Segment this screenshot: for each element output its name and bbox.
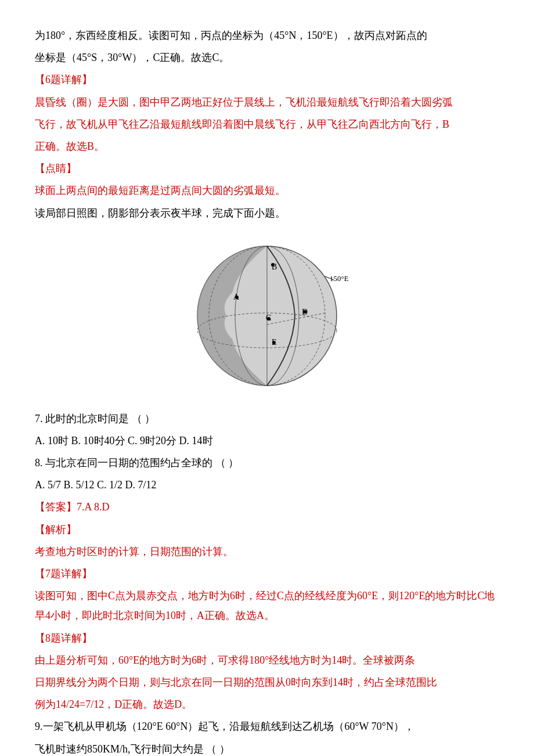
section8-text-1: 由上题分析可知，60°E的地方时为6时，可求得180°经线地方时为14时。全球被… [35, 650, 499, 670]
section6-title: 【6题详解】 [35, 70, 499, 89]
point-text: 球面上两点间的最短距离是过两点间大圆的劣弧最短。 [35, 181, 499, 200]
q7-options: A. 10时 B. 10时40分 C. 9时20分 D. 14时 [35, 431, 499, 451]
section7-text: 读图可知，图中C点为晨赤交点，地方时为6时，经过C点的经线经度为60°E，则12… [35, 586, 499, 625]
section8-text-3: 例为14/24=7/12，D正确。故选D。 [35, 694, 499, 714]
intro-line-2: 坐标是（45°S，30°W），C正确。故选C。 [35, 48, 499, 67]
analysis-text: 考查地方时区时的计算，日期范围的计算。 [35, 542, 499, 561]
section6-text-3: 正确。故选B。 [35, 136, 499, 156]
svg-text:150°E: 150°E [330, 274, 348, 283]
intro-line-1: 为180°，东西经度相反。读图可知，丙点的坐标为（45°N，150°E），故丙点… [35, 26, 499, 45]
q9-text: 9.一架飞机从甲机场（120°E 60°N）起飞，沿最短航线到达乙机场（60°W… [35, 717, 499, 736]
svg-point-16 [303, 310, 306, 314]
analysis-title: 【解析】 [35, 520, 499, 539]
section8-title: 【8题详解】 [35, 628, 499, 648]
section8-text-2: 日期界线分为两个日期，则与北京在同一日期的范围从0时向东到14时，约占全球范围比 [35, 672, 499, 692]
q8-options: A. 5/7 B. 5/12 C. 1/2 D. 7/12 [35, 475, 499, 495]
svg-point-15 [267, 317, 270, 321]
q8-text: 8. 与北京在同一日期的范围约占全球的 （ ） [35, 453, 499, 473]
diagram-intro: 读局部日照图，阴影部分表示夜半球，完成下面小题。 [35, 203, 499, 223]
answer-title: 【答案】7.A 8.D [35, 497, 499, 517]
page-content: 为180°，东西经度相反。读图可知，丙点的坐标为（45°N，150°E），故丙点… [35, 26, 499, 756]
q9-text2: 飞机时速约850KM/h,飞行时间大约是 （ ） [35, 739, 499, 757]
section6-text-2: 飞行，故飞机从甲飞往乙沿最短航线即沿着图中晨线飞行，从甲飞往乙向西北方向飞行，B [35, 114, 499, 134]
svg-point-17 [272, 341, 276, 344]
point-title: 【点睛】 [35, 159, 499, 178]
svg-point-14 [271, 263, 275, 267]
section6-text-1: 晨昏线（圈）是大圆，图中甲乙两地正好位于晨线上，飞机沿最短航线飞行即沿着大圆劣弧 [35, 92, 499, 112]
q7-text: 7. 此时的北京时间是 （ ） [35, 409, 499, 429]
svg-point-13 [235, 296, 239, 299]
section7-title: 【7题详解】 [35, 564, 499, 584]
globe-diagram: A B C D E 150°E [35, 235, 499, 397]
